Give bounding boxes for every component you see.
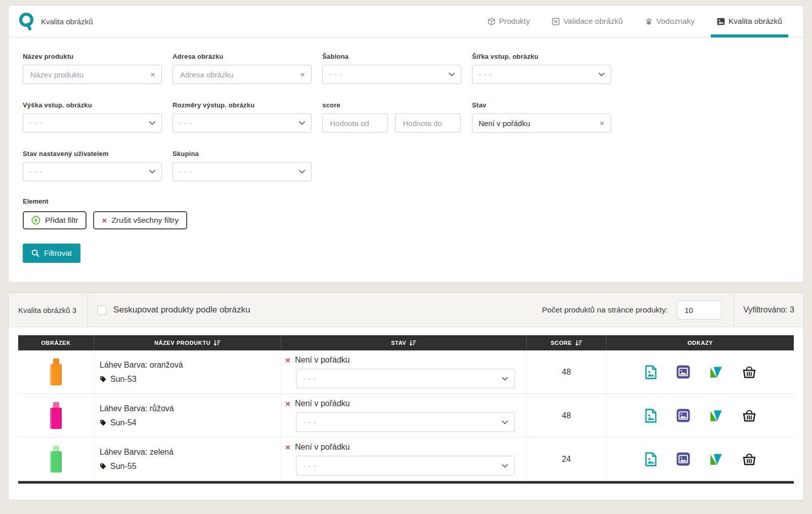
field-label: Adresa obrázku: [173, 53, 312, 60]
basket-icon[interactable]: [742, 366, 756, 379]
column-header-score[interactable]: Score: [527, 335, 607, 350]
chevron-down-icon: [145, 121, 155, 125]
stav-uzivatelem-select[interactable]: - - -: [23, 162, 162, 181]
file-image-icon[interactable]: [645, 365, 657, 379]
filter-panel: Kvalita obrázků Produkty Validace obrázk…: [8, 5, 804, 283]
adresa-obrazku-input[interactable]: [179, 70, 296, 80]
skupina-select[interactable]: - - -: [173, 162, 312, 181]
error-x-icon: ×: [285, 356, 290, 365]
nav-item-vodoznaky[interactable]: Vodoznaky: [634, 6, 706, 37]
filter-field-vyska-vstup: Výška vstup. obrázku - - -: [23, 101, 162, 133]
chevron-down-icon: [498, 464, 508, 468]
search-icon: [31, 249, 39, 257]
nazev-produktu-input[interactable]: [29, 70, 146, 80]
product-name-cell: Láhev Barva: zelená Sun-55: [94, 438, 281, 481]
mergado-logo-icon[interactable]: [709, 365, 723, 379]
filter-field-adresa-obrazku: Adresa obrázku ×: [173, 53, 312, 84]
user-status-select[interactable]: - - -: [296, 456, 515, 476]
clear-all-filters-button[interactable]: × Zrušit všechny filtry: [93, 211, 187, 229]
product-name: Láhev Barva: oranžová: [100, 361, 281, 370]
product-name-cell: Láhev Barva: oranžová Sun-53: [94, 350, 281, 393]
product-image-cell: [18, 438, 94, 481]
clear-icon[interactable]: ×: [595, 119, 605, 128]
clear-icon[interactable]: ×: [146, 70, 155, 79]
select-value: - - -: [479, 70, 594, 78]
button-label: Přidat filtr: [45, 216, 78, 225]
chevron-down-icon: [295, 170, 305, 174]
status-badge: × Není v pořádku: [285, 399, 515, 408]
basket-icon[interactable]: [742, 453, 756, 466]
chevron-down-icon: [145, 170, 155, 174]
status-badge: × Není v pořádku: [285, 355, 515, 365]
group-by-image-checkbox[interactable]: [97, 305, 107, 315]
field-label: Šablona: [322, 53, 461, 60]
field-label: Stav nastavený uživatelem: [23, 150, 162, 157]
product-image-cell: [18, 350, 94, 393]
error-x-icon: ×: [285, 400, 290, 408]
field-label: Skupina: [173, 150, 312, 157]
field-label: Rozměry výstup. obrázku: [173, 101, 312, 109]
sort-icon[interactable]: [575, 340, 582, 346]
table-row: Láhev Barva: oranžová Sun-53 × Není v po…: [18, 350, 794, 394]
vyska-vstup-select[interactable]: - - -: [23, 113, 162, 133]
nav-item-kvalita-obrazku[interactable]: Kvalita obrázků: [706, 6, 793, 37]
file-image-icon[interactable]: [645, 409, 657, 423]
column-header-stav[interactable]: Stav: [281, 335, 527, 350]
sirka-vstup-select[interactable]: - - -: [472, 65, 611, 84]
mergado-logo-icon[interactable]: [709, 452, 723, 466]
basket-icon[interactable]: [742, 409, 756, 422]
column-header-odkazy: Odkazy: [607, 335, 794, 350]
nav-item-validace-obrazku[interactable]: Validace obrázků: [541, 6, 634, 37]
paw-icon: [645, 18, 653, 25]
filter-field-stav-uzivatelem: Stav nastavený uživatelem - - -: [23, 150, 162, 181]
group-by-image-toggle[interactable]: Seskupovat produkty podle obrázku: [88, 305, 259, 315]
image-frame-icon[interactable]: [676, 452, 690, 466]
select-value: - - -: [303, 462, 498, 470]
chevron-down-icon: [295, 121, 305, 125]
image-validate-icon: [552, 18, 560, 25]
score-to-input[interactable]: [402, 118, 454, 128]
chevron-down-icon: [498, 420, 508, 424]
filter-submit-button[interactable]: Filtrovat: [23, 244, 80, 263]
status-cell: × Není v pořádku - - -: [281, 394, 527, 437]
filter-field-score: score: [322, 101, 461, 133]
filter-field-sirka-vstup: Šířka vstup. obrázku - - -: [472, 53, 611, 84]
links-cell: [607, 350, 794, 393]
tag-icon: [100, 419, 107, 426]
score-from-input[interactable]: [329, 118, 381, 128]
sort-icon[interactable]: [213, 340, 221, 346]
app-header: Kvalita obrázků Produkty Validace obrázk…: [9, 6, 803, 37]
page-title: Kvalita obrázků: [41, 17, 93, 26]
mergado-logo-icon[interactable]: [709, 409, 723, 422]
chevron-down-icon: [594, 72, 605, 76]
chevron-down-icon: [445, 72, 455, 76]
stav-select[interactable]: Není v pořádku ×: [472, 113, 611, 133]
image-frame-icon[interactable]: [676, 409, 690, 422]
results-panel: Kvalita obrázků 3 Seskupovat produkty po…: [8, 293, 804, 500]
select-value: - - -: [303, 375, 498, 383]
table-header-row: Obrázek Název produktu Stav Score: [18, 335, 794, 350]
image-frame-icon[interactable]: [676, 365, 690, 379]
select-value: - - -: [179, 119, 295, 127]
button-label: Zrušit všechny filtry: [111, 216, 179, 225]
sort-icon[interactable]: [409, 340, 416, 346]
user-status-select[interactable]: - - -: [296, 412, 515, 432]
table-bottom-bar: [18, 481, 794, 484]
table-row: Láhev Barva: zelená Sun-55 × Není v pořá…: [18, 438, 794, 481]
product-thumbnail-orange-bottle: [50, 359, 62, 385]
column-header-nazev-produktu[interactable]: Název produktu: [94, 335, 281, 350]
add-filter-button[interactable]: Přidat filtr: [23, 211, 87, 229]
per-page-input[interactable]: [677, 300, 721, 320]
clear-icon[interactable]: ×: [296, 70, 305, 79]
filter-field-skupina: Skupina - - -: [173, 150, 312, 181]
rozmery-vystup-select[interactable]: - - -: [173, 113, 312, 133]
product-name: Láhev Barva: růžová: [100, 404, 281, 413]
file-image-icon[interactable]: [645, 452, 657, 466]
filter-form: Název produktu × Adresa obrázku × Šablon…: [9, 37, 803, 282]
sablona-select[interactable]: - - -: [322, 65, 461, 84]
nav-item-produkty[interactable]: Produkty: [477, 6, 541, 37]
user-status-select[interactable]: - - -: [296, 369, 515, 388]
nav-label: Produkty: [499, 17, 530, 26]
filter-field-sablona: Šablona - - -: [322, 53, 461, 84]
select-value: - - -: [29, 119, 145, 127]
